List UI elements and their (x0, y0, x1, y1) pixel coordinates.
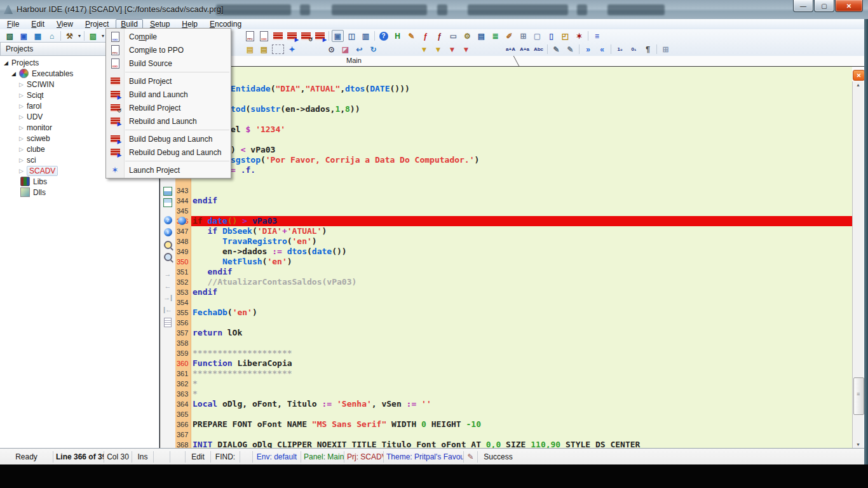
code-line-343[interactable] (191, 186, 852, 196)
build-source-button[interactable]: IOIO (258, 30, 270, 42)
line-number-349[interactable]: 349 (177, 247, 188, 257)
document-button[interactable]: ▯ (545, 30, 557, 42)
nav-last-button[interactable]: →| (163, 292, 173, 302)
code-line-362[interactable]: * (191, 379, 852, 389)
menu-item-rebuild-debug-and-launch[interactable]: ▶Rebuild Debug and Launch (106, 146, 231, 159)
menu-item-build-debug-and-launch[interactable]: ▶Build Debug and Launch (106, 132, 231, 146)
nav-first-button[interactable]: |← (163, 304, 173, 315)
number-lines-button[interactable]: 1₀ (614, 43, 626, 55)
function-nav-button[interactable]: ƒ (433, 30, 445, 42)
settings-button[interactable]: ⚙ (461, 30, 473, 42)
code-line-359[interactable]: ******************** (191, 348, 852, 358)
tools-button[interactable]: ⚒ (64, 30, 76, 42)
code-line-335[interactable]: tod(substr(en->dados,1,8)) (231, 104, 852, 114)
tree-item-executables[interactable]: ◢Executables (11, 68, 73, 79)
menu-item-rebuild-project[interactable]: ↺Rebuild Project (106, 101, 231, 114)
code-line-363[interactable]: * (191, 389, 852, 399)
zoom-in-icon[interactable] (163, 240, 173, 250)
expand-icon[interactable]: ▷ (19, 125, 27, 131)
uncomment-button[interactable]: ✎ (564, 43, 576, 55)
tree-item-sciwin[interactable]: ▷SCIWIN (19, 79, 54, 90)
list-button[interactable]: ≣ (489, 30, 501, 42)
pilcrow-button[interactable]: ¶ (642, 43, 654, 55)
line-number-357[interactable]: 357 (177, 328, 188, 338)
copy-button[interactable]: ▤ (244, 43, 256, 55)
paint-button[interactable]: ✐ (503, 30, 515, 42)
menu-item-compile-to-ppo[interactable]: PPOCompile to PPO (106, 43, 231, 57)
edit-mode-button[interactable]: ✎ (405, 30, 417, 42)
expand-icon[interactable]: ▷ (19, 146, 27, 152)
close-button[interactable]: ✕ (835, 0, 863, 12)
collapse-icon[interactable]: ◢ (4, 60, 11, 66)
replace-button[interactable]: ↩ (353, 43, 365, 55)
scrollbar-thumb[interactable] (853, 377, 864, 415)
code-line-339[interactable]: ) < vPa03 (231, 145, 852, 155)
code-line-345[interactable] (191, 206, 852, 216)
tools-button-dropdown-icon[interactable]: ▾ (78, 33, 81, 39)
line-number-351[interactable]: 351 (177, 267, 188, 277)
select-block-button[interactable] (272, 44, 284, 54)
line-number-358[interactable]: 358 (177, 338, 188, 348)
unnumber-lines-button[interactable]: 0₁ (628, 43, 640, 55)
code-area[interactable]: Entidade("DIA","ATUAL",dtos(DATE()))tod(… (191, 67, 852, 448)
code-line-367[interactable] (191, 430, 852, 440)
clear-button[interactable]: ◪ (339, 43, 351, 55)
package-button[interactable]: ◰ (559, 30, 571, 42)
function-list-button[interactable]: ƒ (419, 30, 431, 42)
zoom-out-icon[interactable] (163, 252, 173, 262)
code-line-346[interactable]: if date() > vPa03 (191, 216, 852, 226)
expand-icon[interactable]: ▷ (19, 135, 27, 142)
line-number-343[interactable]: 343 (177, 186, 188, 196)
code-line-344[interactable]: endif (191, 196, 852, 206)
mark-2-button[interactable]: ▼ (432, 43, 444, 55)
code-line-353[interactable]: endif (191, 287, 852, 297)
comment-button[interactable]: ✎ (550, 43, 562, 55)
build-project-button[interactable] (272, 30, 284, 42)
menu-edit[interactable]: Edit (26, 19, 50, 30)
menu-view[interactable]: View (51, 19, 78, 30)
collapse-icon[interactable]: ◢ (11, 71, 19, 77)
code-line-341[interactable]: = .f. (231, 165, 852, 175)
line-number-361[interactable]: 361 (177, 369, 188, 379)
themes-button-dropdown-icon[interactable]: ▾ (102, 33, 104, 39)
code-line-356[interactable] (191, 318, 852, 328)
line-number-363[interactable]: 363 (177, 389, 188, 399)
line-number-365[interactable]: 365 (177, 409, 188, 419)
panel-full-button[interactable]: ▣ (332, 30, 344, 42)
code-line-361[interactable]: ******************** (191, 369, 852, 379)
line-number-356[interactable]: 356 (177, 318, 188, 328)
expand-icon[interactable]: ▷ (19, 114, 27, 120)
code-line-355[interactable]: FechaDb('en') (191, 308, 852, 318)
wrap-button[interactable]: ≡ (591, 30, 603, 42)
nav-next-button[interactable]: → (163, 269, 173, 279)
indent-button[interactable]: » (582, 43, 594, 55)
scroll-down-icon[interactable]: ▼ (853, 442, 864, 447)
help-button[interactable]: ? (377, 30, 390, 42)
code-line-365[interactable] (191, 409, 852, 419)
build-launch-button[interactable]: ▶ (286, 30, 298, 42)
code-line-358[interactable] (191, 338, 852, 348)
line-number-362[interactable]: 362 (177, 379, 188, 389)
compile-ppo-button[interactable]: PPO (244, 30, 256, 42)
save-button[interactable]: ▣ (18, 30, 30, 42)
swapcase-button[interactable]: Abc (532, 43, 545, 55)
split-window-2-button[interactable] (163, 198, 173, 208)
line-number-350[interactable]: 350 (177, 257, 188, 267)
code-line-340[interactable]: sgstop('Por Favor, Corrija a Data Do Com… (231, 155, 852, 165)
code-line-364[interactable]: Local oDlg, oFont, Titulo := 'Senha', vS… (191, 399, 852, 409)
title-bar[interactable]: Harbour IDE (r417) [SCADV] [C:/fontes/sc… (0, 0, 868, 20)
home-button[interactable]: ⌂ (46, 30, 58, 42)
line-number-344[interactable]: 344 (177, 196, 188, 206)
line-number-354[interactable]: 354 (177, 297, 188, 308)
mark-3-button[interactable]: ▼ (446, 43, 458, 55)
line-number-353[interactable]: 353 (177, 287, 188, 297)
menu-item-build-and-launch[interactable]: ▶Build and Launch (106, 88, 231, 101)
scroll-up-icon[interactable]: ▲ (853, 83, 864, 87)
line-number-366[interactable]: 366 (177, 419, 188, 430)
code-line-333[interactable]: Entidade("DIA","ATUAL",dtos(DATE())) (231, 84, 852, 94)
nav-prev-button[interactable]: ← (163, 281, 173, 291)
code-line-357[interactable]: return lOk (191, 328, 852, 338)
paste-button[interactable]: ▤ (258, 43, 270, 55)
help-ball-button[interactable]: ? (163, 215, 173, 225)
split-window-button[interactable] (163, 186, 173, 196)
